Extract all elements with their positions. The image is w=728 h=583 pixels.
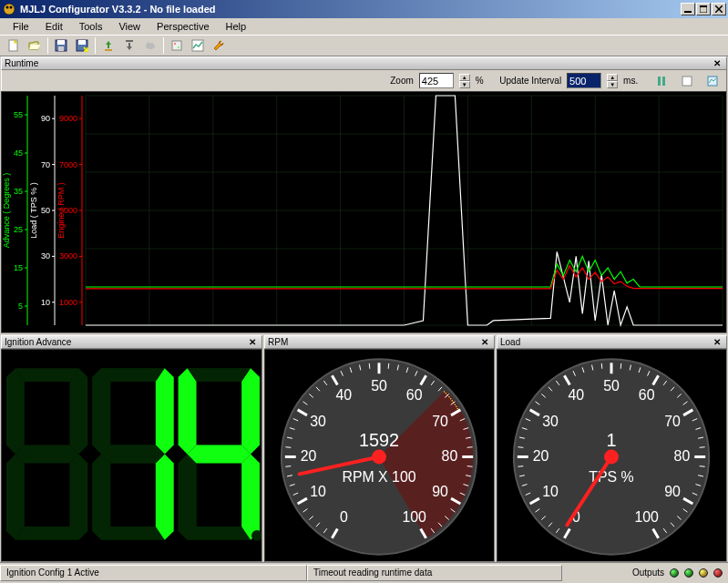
runtime-chart: 51525354555Advance ( Degrees )1030507090… <box>1 91 727 333</box>
menu-file[interactable]: File <box>5 20 36 33</box>
zoom-unit: % <box>476 76 484 86</box>
download-icon[interactable] <box>119 36 139 55</box>
menu-help[interactable]: Help <box>219 20 254 33</box>
svg-text:30: 30 <box>542 414 559 429</box>
svg-point-158 <box>372 450 386 465</box>
upload-icon[interactable] <box>98 36 118 55</box>
svg-line-213 <box>700 447 705 448</box>
svg-point-86 <box>448 396 450 398</box>
save-icon[interactable] <box>51 36 71 55</box>
svg-rect-12 <box>105 49 112 51</box>
title-bar: MJLJ Configurator V3.3.2 - No file loade… <box>0 0 728 18</box>
maximize-button[interactable] <box>696 3 711 15</box>
svg-text:90: 90 <box>432 484 448 499</box>
svg-text:15: 15 <box>14 263 23 272</box>
svg-line-214 <box>700 466 705 467</box>
svg-text:90: 90 <box>41 114 50 123</box>
svg-rect-3 <box>684 11 692 13</box>
svg-point-90 <box>455 404 456 405</box>
svg-text:35: 35 <box>14 187 23 196</box>
svg-text:0: 0 <box>340 509 348 525</box>
menu-perspective[interactable]: Perspective <box>149 20 216 33</box>
wrench-icon[interactable] <box>209 36 229 55</box>
load-panel: Load✕ 01020304050607080901001TPS % <box>497 335 727 562</box>
svg-text:Load ( TPS % ): Load ( TPS % ) <box>29 182 38 238</box>
svg-rect-24 <box>708 77 717 86</box>
svg-point-91 <box>456 406 457 408</box>
svg-rect-23 <box>682 77 692 86</box>
svg-text:80: 80 <box>674 448 691 464</box>
open-icon[interactable] <box>25 36 45 55</box>
interval-unit: ms. <box>623 76 638 86</box>
output-led-2 <box>684 568 693 578</box>
svg-point-19 <box>178 46 179 48</box>
advance-title: Ignition Advance <box>5 337 71 347</box>
zoom-input[interactable] <box>419 73 454 88</box>
advance-close-icon[interactable]: ✕ <box>246 337 259 347</box>
svg-text:90: 90 <box>664 484 681 499</box>
window-title: MJLJ Configurator V3.3.2 - No file loade… <box>20 4 681 15</box>
minimize-button[interactable] <box>681 3 695 15</box>
output-led-3 <box>699 568 708 578</box>
runtime-title: Runtime <box>5 58 38 68</box>
toolbar <box>0 35 728 56</box>
pause-icon[interactable] <box>651 72 672 90</box>
rpm-gauge: 01020304050607080901001592RPM X 100 <box>265 350 494 561</box>
svg-text:20: 20 <box>301 448 317 464</box>
svg-text:10: 10 <box>41 298 50 307</box>
chart-icon[interactable] <box>188 36 208 55</box>
status-bar: Ignition Config 1 Active Timeout reading… <box>0 562 728 582</box>
svg-rect-22 <box>662 77 665 86</box>
close-button[interactable] <box>712 3 726 15</box>
svg-rect-5 <box>700 5 707 7</box>
load-close-icon[interactable]: ✕ <box>711 337 723 347</box>
newchart-icon[interactable] <box>677 72 697 90</box>
interval-down[interactable]: ▼ <box>607 81 618 88</box>
config-icon[interactable] <box>167 36 187 55</box>
runtime-close-icon[interactable]: ✕ <box>711 58 723 68</box>
app-icon <box>2 2 16 16</box>
svg-text:100: 100 <box>402 509 426 525</box>
interval-up[interactable]: ▲ <box>607 74 618 81</box>
zoom-up[interactable]: ▲ <box>459 74 470 81</box>
svg-line-202 <box>620 363 621 369</box>
interval-label: Update Interval <box>499 76 561 86</box>
svg-point-87 <box>450 398 452 400</box>
svg-text:25: 25 <box>14 225 23 234</box>
cloud-icon[interactable] <box>140 36 160 55</box>
svg-point-16 <box>150 43 154 46</box>
svg-line-122 <box>285 466 291 467</box>
runtime-controls: Zoom ▲▼ % Update Interval ▲▼ ms. <box>1 70 727 91</box>
svg-line-189 <box>518 466 523 467</box>
svg-text:1: 1 <box>606 430 616 450</box>
rpm-close-icon[interactable]: ✕ <box>478 337 491 347</box>
options-icon[interactable] <box>702 72 723 90</box>
svg-text:70: 70 <box>41 160 50 169</box>
svg-text:70: 70 <box>432 414 448 429</box>
svg-text:70: 70 <box>664 414 681 429</box>
svg-text:100: 100 <box>634 509 659 525</box>
svg-text:20: 20 <box>533 448 549 464</box>
interval-input[interactable] <box>567 73 601 88</box>
output-led-1 <box>670 568 679 578</box>
zoom-label: Zoom <box>390 76 414 86</box>
rpm-panel: RPM✕ 01020304050607080901001592RPM X 100 <box>264 335 495 562</box>
status-outputs: Outputs <box>627 568 728 578</box>
svg-line-147 <box>467 466 473 467</box>
svg-rect-8 <box>57 40 65 45</box>
svg-text:60: 60 <box>406 387 423 403</box>
menu-view[interactable]: View <box>111 20 148 33</box>
svg-point-2 <box>10 6 13 9</box>
svg-point-84 <box>446 393 447 394</box>
menu-bar: File Edit Tools View Perspective Help <box>0 18 728 35</box>
zoom-down[interactable]: ▼ <box>459 81 470 88</box>
menu-tools[interactable]: Tools <box>72 20 110 33</box>
menu-edit[interactable]: Edit <box>38 20 70 33</box>
svg-point-0 <box>4 4 15 15</box>
new-icon[interactable] <box>4 36 24 55</box>
svg-text:9000: 9000 <box>59 114 77 123</box>
saveas-icon[interactable] <box>72 36 92 55</box>
advance-display <box>2 350 261 561</box>
svg-rect-17 <box>172 41 181 50</box>
svg-text:30: 30 <box>310 414 326 429</box>
